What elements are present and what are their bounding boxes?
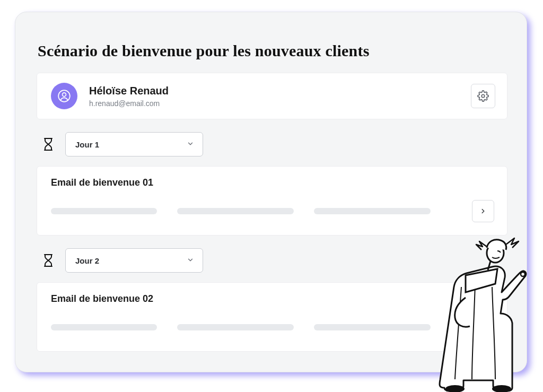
email-body-row [51, 200, 494, 222]
delay-row: Jour 2 [42, 248, 507, 273]
placeholder-line [51, 208, 157, 214]
contact-name: Héloïse Renaud [89, 84, 459, 97]
day-select-value: Jour 2 [75, 256, 99, 265]
scenario-panel: Scénario de bienvenue pour les nouveaux … [15, 12, 527, 372]
svg-point-6 [492, 385, 511, 392]
chevron-right-icon [479, 207, 487, 215]
svg-point-5 [445, 385, 465, 392]
placeholder-line [177, 208, 294, 214]
hourglass-icon [42, 254, 55, 267]
svg-point-2 [481, 94, 485, 98]
day-select[interactable]: Jour 2 [65, 248, 203, 273]
gear-icon [477, 90, 489, 102]
placeholder-line [51, 324, 157, 330]
chevron-down-icon [187, 256, 194, 265]
contact-info: Héloïse Renaud h.renaud@email.com [89, 84, 459, 108]
contact-card: Héloïse Renaud h.renaud@email.com [37, 73, 507, 119]
settings-button[interactable] [471, 84, 495, 108]
hourglass-icon [42, 137, 55, 151]
chevron-right-icon [479, 324, 487, 331]
avatar [51, 83, 77, 109]
email-body-row [51, 316, 494, 338]
open-email-button[interactable] [472, 316, 494, 338]
email-card: Email de bienvenue 01 [37, 166, 507, 236]
email-title: Email de bienvenue 01 [51, 177, 494, 188]
user-icon [57, 89, 71, 103]
day-select-value: Jour 1 [75, 140, 99, 149]
svg-point-1 [63, 93, 66, 97]
email-card: Email de bienvenue 02 [37, 282, 507, 352]
chevron-down-icon [187, 140, 194, 149]
contact-email: h.renaud@email.com [89, 99, 459, 108]
page-title: Scénario de bienvenue pour les nouveaux … [38, 42, 507, 60]
day-select[interactable]: Jour 1 [65, 132, 203, 156]
email-title: Email de bienvenue 02 [51, 293, 494, 304]
placeholder-line [314, 324, 431, 330]
placeholder-line [314, 208, 431, 214]
open-email-button[interactable] [472, 200, 494, 222]
delay-row: Jour 1 [42, 132, 507, 156]
placeholder-line [177, 324, 294, 330]
